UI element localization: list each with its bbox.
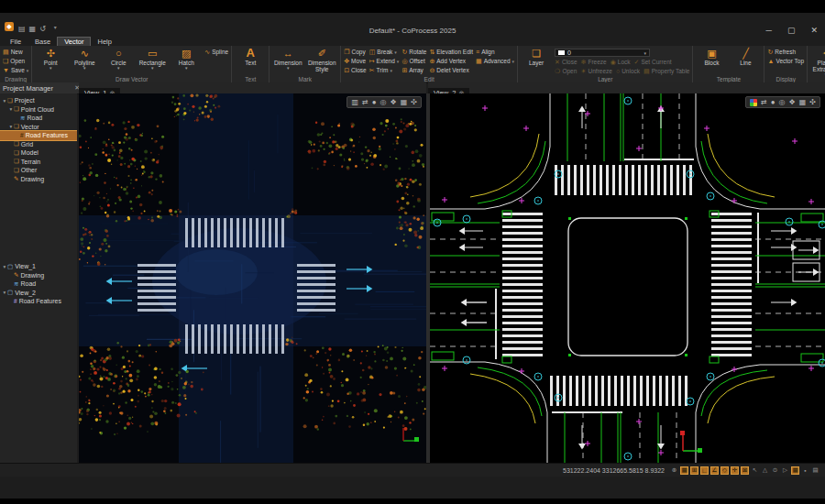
tree-item-project[interactable]: ▾❏Project: [0, 96, 77, 105]
save-button[interactable]: ▼Save▾: [3, 67, 28, 74]
maximize-button[interactable]: ▢: [787, 26, 796, 36]
close-button[interactable]: ⊡Close: [344, 67, 367, 74]
polyline-button[interactable]: ∿Polyline▾: [69, 48, 100, 75]
dimension-caret-icon[interactable]: ▾: [287, 66, 290, 71]
set-current-button[interactable]: ✓Set Current: [634, 59, 672, 66]
vector-canvas[interactable]: [430, 93, 825, 463]
offset-button[interactable]: ◎Offset: [402, 58, 426, 65]
track-toggle[interactable]: ✛: [731, 466, 739, 475]
point-size-icon[interactable]: ●: [372, 98, 377, 106]
menu-tab-file[interactable]: File: [4, 38, 28, 46]
move-button[interactable]: ✥Move: [344, 58, 367, 65]
menu-tab-help[interactable]: Help: [91, 38, 117, 46]
unfreeze-button[interactable]: ☀Unfreeze: [580, 68, 612, 75]
tree-item-view-1[interactable]: ▾▢View_1: [0, 262, 77, 271]
circle-caret-icon[interactable]: ▾: [117, 66, 120, 71]
menu-tab-vector[interactable]: Vector: [58, 38, 90, 46]
delet-vertex-button[interactable]: ⊖Delet Vertex: [429, 67, 473, 74]
polyline-caret-icon[interactable]: ▾: [83, 66, 86, 71]
align-button[interactable]: ≡Align: [476, 49, 514, 56]
model-icon[interactable]: ❖: [789, 98, 796, 106]
layer-select-caret-icon[interactable]: ▾: [644, 50, 647, 56]
tree-item-point-cloud[interactable]: ▾❏Point Cloud: [0, 105, 77, 115]
advanced-caret-icon[interactable]: ▾: [512, 58, 515, 65]
layer-button[interactable]: ❏Layer: [521, 48, 552, 75]
viewport-vector-drawing[interactable]: ⇄●◎❖▦✣: [430, 93, 825, 463]
tree-item-drawing[interactable]: ✎Drawing: [0, 271, 77, 280]
tree-item-vector[interactable]: ▾❏Vector: [0, 123, 77, 132]
settings-icon[interactable]: ✣: [809, 98, 816, 106]
trim-button[interactable]: ✂Trim▾: [369, 67, 400, 74]
snapshot-icon[interactable]: ▦: [799, 98, 807, 106]
dyn-input-toggle[interactable]: ⊠: [741, 466, 749, 475]
orbit-icon[interactable]: ◎: [779, 98, 786, 106]
point-size-icon[interactable]: ●: [771, 98, 776, 106]
settings-icon[interactable]: ✣: [411, 98, 417, 106]
hatch-caret-icon[interactable]: ▾: [185, 66, 188, 71]
point-caret-icon[interactable]: ▾: [50, 66, 52, 71]
freeze-button[interactable]: ❄Freeze: [581, 59, 607, 66]
menu-tab-base[interactable]: Base: [28, 38, 57, 46]
planar-extraction-button[interactable]: ✦Planar Extraction▾: [810, 48, 825, 75]
tree-item-other[interactable]: ❏Other: [0, 166, 77, 175]
tree-item-terrain[interactable]: ❏Terrain: [0, 158, 77, 167]
ortho-toggle[interactable]: ∟: [700, 466, 709, 475]
circle-button[interactable]: ○Circle▾: [103, 48, 134, 75]
break-caret-icon[interactable]: ▾: [394, 49, 397, 56]
copy-button[interactable]: ❐Copy: [344, 49, 367, 56]
rectangle-caret-icon[interactable]: ▾: [151, 66, 154, 71]
trim-caret-icon[interactable]: ▾: [390, 67, 392, 74]
model-icon[interactable]: ❖: [390, 98, 397, 106]
text-button[interactable]: AText: [235, 48, 266, 75]
hatch-button[interactable]: ▨Hatch▾: [170, 48, 202, 75]
point-cloud-canvas[interactable]: [79, 93, 426, 463]
tree-item-road[interactable]: ≋Road: [0, 114, 77, 123]
elevation-edit-button[interactable]: ⇅Elevation Edit: [429, 49, 473, 56]
select-cursor-icon[interactable]: ↖: [751, 466, 759, 475]
tree-item-road[interactable]: ≋Road: [0, 279, 77, 289]
open-button[interactable]: ❍Open: [555, 68, 577, 75]
dimension-style-button[interactable]: ✐Dimension Style: [306, 48, 337, 75]
new-button[interactable]: ▤New: [3, 49, 28, 56]
open-button[interactable]: ❏Open: [3, 58, 28, 65]
tree-item-model[interactable]: ❏Model: [0, 148, 77, 158]
viewport-point-cloud[interactable]: ▥⇄●◎❖▦✣: [79, 93, 426, 463]
tree-item-grid[interactable]: ❏Grid: [0, 140, 77, 149]
polar-toggle[interactable]: ∠: [710, 466, 719, 475]
osnap-toggle[interactable]: ◇: [720, 466, 729, 475]
lock-button[interactable]: ◉Lock: [610, 59, 631, 66]
layer-select[interactable]: 0▾: [555, 49, 650, 57]
render-mode-icon[interactable]: ▥: [351, 98, 358, 106]
close-button[interactable]: ✕Close: [555, 59, 578, 66]
extend-button[interactable]: ↦Extend▾: [369, 58, 400, 65]
advanced-button[interactable]: ▦Advanced▾: [476, 58, 514, 65]
extend-caret-icon[interactable]: ▾: [397, 58, 400, 65]
tree-item-drawing[interactable]: ✎Drawing: [0, 175, 77, 184]
tree-item-view-2[interactable]: ▾▢View_2: [0, 289, 77, 298]
save-caret-icon[interactable]: ▾: [27, 67, 29, 74]
spline-button[interactable]: ∿Spline: [204, 49, 228, 56]
measure-icon[interactable]: ⇄: [761, 98, 767, 106]
play-icon[interactable]: ▷: [781, 466, 789, 475]
rectangle-button[interactable]: ▭Rectangle▾: [137, 48, 168, 75]
block-button[interactable]: ▣Block: [696, 48, 727, 75]
minimize-button[interactable]: ─: [766, 26, 772, 36]
rotate-button[interactable]: ↻Rotate: [402, 49, 426, 56]
array-button[interactable]: ⊞Array: [402, 67, 426, 74]
close-button[interactable]: ✕: [810, 26, 818, 36]
vector-top-button[interactable]: ▲Vector Top: [767, 58, 804, 65]
dimension-button[interactable]: ↔Dimension▾: [272, 48, 303, 75]
snapshot-icon[interactable]: ▦: [401, 98, 408, 106]
measure-icon[interactable]: ⇄: [362, 98, 368, 106]
delta-icon[interactable]: △: [761, 466, 769, 475]
add-vertex-button[interactable]: ⊕Add Vertex: [429, 58, 473, 65]
orbit-icon[interactable]: ◎: [380, 98, 387, 106]
snap-toggle[interactable]: ▦: [680, 466, 688, 475]
property-table-button[interactable]: ▤Property Table: [644, 68, 689, 75]
table-toggle[interactable]: ▦: [791, 466, 799, 475]
tree-item-road-features[interactable]: #Road Features: [0, 297, 77, 306]
point-button[interactable]: ✣Point▾: [35, 48, 66, 75]
globe-icon[interactable]: ⊕: [670, 466, 678, 475]
minus-icon[interactable]: ▪: [801, 466, 809, 475]
tree-item-road-features[interactable]: #Road Features: [0, 131, 77, 140]
